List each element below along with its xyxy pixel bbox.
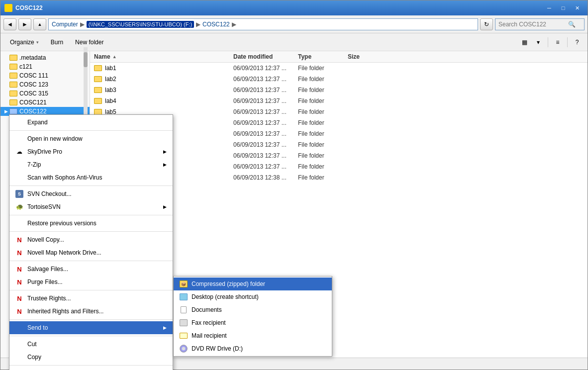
file-name-cell: lab2 (94, 76, 233, 83)
path-arrow-3: ▶ (232, 21, 236, 28)
file-type-cell: File folder (298, 163, 348, 170)
col-type-header[interactable]: Type (298, 53, 348, 60)
search-box[interactable]: 🔍 (495, 18, 585, 30)
cm-trustee[interactable]: N Trustee Rights... (9, 292, 173, 305)
cm-skydrive-pro[interactable]: ☁ SkyDrive Pro ▶ (9, 145, 173, 158)
cm-novell-map[interactable]: N Novell Map Network Drive... (9, 246, 173, 259)
cm-purge[interactable]: N Purge Files... (9, 276, 173, 288)
cm-open-new-window[interactable]: Open in new window (9, 132, 173, 145)
fax-icon-shape (180, 319, 188, 326)
file-type-cell: File folder (298, 152, 348, 159)
sidebar-item-cosc123[interactable]: COSC 123 (0, 80, 90, 89)
col-size-header[interactable]: Size (348, 53, 388, 60)
file-type-cell: File folder (298, 130, 348, 137)
views-arrow[interactable]: ▾ (532, 36, 545, 48)
col-name-header[interactable]: Name ▲ (94, 53, 233, 60)
file-name-cell: lab4 (94, 97, 233, 104)
sm-fax[interactable]: Fax recipient (174, 316, 332, 329)
cm-sep-9 (9, 365, 173, 366)
minimize-button[interactable]: ─ (543, 3, 556, 13)
cm-svn-checkout[interactable]: S SVN Checkout... (9, 187, 173, 200)
table-row[interactable]: lab2 06/09/2013 12:37 ... File folder (90, 74, 588, 85)
table-row[interactable]: lab1 06/09/2013 12:37 ... File folder (90, 63, 588, 74)
cm-scan[interactable]: Scan with Sophos Anti-Virus (9, 171, 173, 184)
sm-documents[interactable]: Documents (174, 303, 332, 316)
cm-trustee-icon: N (15, 294, 23, 302)
refresh-button[interactable]: ↻ (480, 18, 493, 30)
toolbar: Organize ▾ Burn New folder ▦ ▾ ≡ ? (0, 33, 588, 51)
back-button[interactable]: ◄ (3, 18, 16, 30)
maximize-button[interactable]: □ (557, 3, 570, 13)
file-folder-icon (94, 98, 102, 104)
path-computer[interactable]: Computer (52, 21, 78, 28)
cm-novell-copy[interactable]: N Novell Copy... (9, 233, 173, 246)
search-input[interactable] (498, 21, 568, 28)
sm-desktop[interactable]: Desktop (create shortcut) (174, 290, 332, 303)
sidebar-label-cosc315: COSC 315 (19, 90, 48, 97)
cm-send-to[interactable]: Send to ▶ (9, 321, 173, 334)
file-folder-icon (94, 76, 102, 82)
cm-tortoise-label: TortoiseSVN (27, 203, 159, 210)
sm-desktop-icon (180, 293, 188, 301)
cm-sep-1 (9, 130, 173, 131)
sidebar-item-c121[interactable]: c121 (0, 62, 90, 71)
sm-dvd-label: DVD RW Drive (D:) (192, 345, 243, 352)
help-button[interactable]: ? (571, 36, 584, 48)
address-path[interactable]: Computer ▶ (\\NKC_SSC\USERS\INS\STU-UBCO… (48, 18, 478, 30)
new-folder-button[interactable]: New folder (70, 35, 109, 49)
folder-icon-cosc123 (9, 82, 17, 88)
cm-send-to-label: Send to (27, 324, 159, 331)
col-date-header[interactable]: Date modified (233, 53, 298, 60)
sidebar-item-cosc121[interactable]: COSC121 (0, 98, 90, 107)
table-row[interactable]: lab3 06/09/2013 12:37 ... File folder (90, 85, 588, 95)
sidebar-tri-c121 (4, 64, 9, 69)
organize-button[interactable]: Organize ▾ (4, 35, 44, 49)
cm-novell-map-icon: N (15, 249, 23, 257)
file-date-cell: 06/09/2013 12:37 ... (233, 87, 298, 93)
folder-icon-c121 (9, 64, 17, 70)
dvd-icon-shape (180, 345, 188, 353)
file-type-cell: File folder (298, 174, 348, 181)
sidebar-item-cosc111[interactable]: COSC 111 (0, 71, 90, 80)
cm-expand[interactable]: Expand (9, 116, 173, 129)
details-button[interactable]: ≡ (551, 36, 564, 48)
context-menu: Expand Open in new window ☁ SkyDrive Pro… (9, 114, 173, 370)
sidebar-label-cosc123: COSC 123 (19, 81, 48, 88)
cm-7zip-label: 7-Zip (27, 161, 159, 168)
cm-inherited[interactable]: N Inherited Rights and Filters... (9, 305, 173, 318)
cm-svn-icon: S (15, 190, 23, 198)
up-button[interactable]: ▲ (33, 18, 46, 30)
close-button[interactable]: ✕ (571, 3, 584, 13)
path-drive[interactable]: (\\NKC_SSC\USERS\INS\STU-UBCO) (F:) (87, 21, 194, 28)
file-type-cell: File folder (298, 97, 348, 104)
sm-compressed[interactable]: 📦 Compressed (zipped) folder (174, 278, 332, 290)
sidebar-item-cosc315[interactable]: COSC 315 (0, 89, 90, 98)
sidebar-tri-cosc121 (4, 100, 9, 105)
views-button[interactable]: ▦ (518, 36, 531, 48)
cm-sep-3 (9, 215, 173, 215)
cm-salvage[interactable]: N Salvage Files... (9, 263, 173, 276)
forward-button[interactable]: ► (18, 18, 31, 30)
toolbar-separator-2 (567, 37, 568, 47)
sidebar-tri-cosc122: ▶ (4, 109, 9, 114)
sm-mail[interactable]: Mail recipient (174, 329, 332, 342)
cm-svn-label: SVN Checkout... (27, 190, 167, 197)
sm-fax-label: Fax recipient (192, 319, 226, 326)
cm-restore-icon (15, 219, 23, 227)
file-date-cell: 06/09/2013 12:37 ... (233, 65, 298, 72)
sm-dvd[interactable]: DVD RW Drive (D:) (174, 342, 332, 355)
cm-cut[interactable]: Cut (9, 338, 173, 351)
cm-tortoise-svn[interactable]: 🐢 TortoiseSVN ▶ (9, 200, 173, 213)
file-name-text: lab4 (105, 97, 116, 104)
file-date-cell: 06/09/2013 12:37 ... (233, 141, 298, 148)
folder-icon-title (4, 4, 12, 12)
path-cosc122[interactable]: COSC122 (202, 21, 230, 28)
cm-copy[interactable]: Copy (9, 351, 173, 364)
cm-novell-copy-icon: N (15, 236, 23, 244)
sidebar-item-metadata[interactable]: .metadata (0, 53, 90, 62)
table-row[interactable]: lab4 06/09/2013 12:37 ... File folder (90, 95, 588, 106)
cm-7zip[interactable]: 7-Zip ▶ (9, 158, 173, 171)
burn-button[interactable]: Burn (45, 35, 69, 49)
cm-restore[interactable]: Restore previous versions (9, 217, 173, 230)
cm-delete[interactable]: Delete (9, 367, 173, 370)
